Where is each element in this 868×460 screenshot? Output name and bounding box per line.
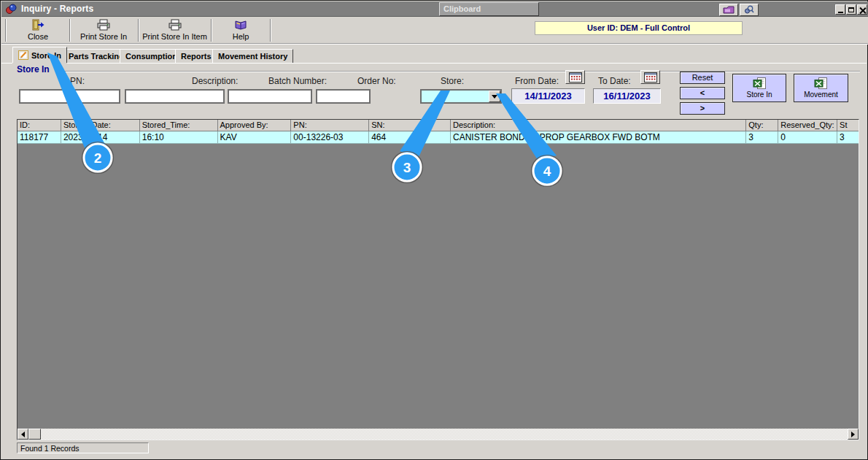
cell-description: CANISTER BONDED PROP GEARBOX FWD BOTM [451,131,746,143]
printer-icon [96,19,111,31]
pn-input[interactable] [19,89,120,104]
print-store-in-item-button[interactable]: Print Store In Item [139,18,210,42]
status-bar: Found 1 Records [17,442,149,453]
from-date-calendar-button[interactable] [565,70,585,84]
cell-pn: 00-13226-03 [291,131,369,143]
minimize-button[interactable] [835,4,845,15]
restore-icon [848,7,854,12]
export-store-in-label: Store In [746,91,772,99]
toolbar-separator [5,19,7,42]
tab-reports-label: Reports [181,52,212,61]
calendar-icon [569,72,582,83]
previous-button[interactable]: < [680,87,725,99]
close-window-button[interactable] [857,4,867,15]
search-icon [744,5,754,15]
cell-stored-date: 2023-11-14 [61,131,140,143]
tab-consumption[interactable]: Consumption [120,49,183,63]
close-button[interactable]: Close [7,18,69,42]
close-button-label: Close [28,32,48,41]
from-date-label: From Date: [515,76,559,86]
arrow-left-icon [21,432,25,437]
excel-export-icon [753,77,767,89]
app-window: Inquiry - Reports Clipboard [0,0,868,460]
tab-consumption-label: Consumption [125,52,177,61]
cell-sn: 464 [369,131,451,143]
titlebar-folder-button[interactable] [719,4,738,16]
app-icon [5,3,18,15]
column-header-id[interactable]: ID: [18,120,61,131]
reset-button[interactable]: Reset [680,72,725,84]
arrow-right-icon [851,432,855,437]
order-no-input[interactable] [316,89,371,104]
printer-icon [168,19,182,31]
to-date-value[interactable]: 16/11/2023 [593,88,661,104]
tab-movement-history-label: Movement History [218,52,287,61]
table-row[interactable]: 118177 2023-11-14 16:10 KAV 00-13226-03 … [18,131,859,144]
tab-movement-history[interactable]: Movement History [212,49,293,63]
column-header-sn[interactable]: SN: [369,120,451,131]
print-store-in-item-label: Print Store In Item [142,32,207,41]
tab-parts-tracking-label: Parts Tracking [69,52,124,61]
from-date-value[interactable]: 14/11/2023 [511,88,585,104]
exit-door-icon [31,19,44,31]
to-date-calendar-button[interactable] [640,70,660,84]
column-header-approved-by[interactable]: Approved By: [218,120,292,131]
cell-qty: 3 [746,131,778,143]
restore-button[interactable] [846,4,856,15]
chevron-down-icon [492,95,497,99]
order-no-label: Order No: [357,76,396,86]
excel-export-icon [814,77,828,89]
column-header-description[interactable]: Description: [451,120,746,131]
batch-number-input[interactable] [228,89,312,104]
minimize-icon [838,12,843,13]
tab-panel-edge [1,63,867,64]
tab-reports[interactable]: Reports [175,49,217,63]
help-button[interactable]: Help [212,18,269,42]
title-bar[interactable]: Inquiry - Reports Clipboard [1,1,868,17]
column-header-stored-date[interactable]: Stored_Date: [61,120,140,131]
folder-icon [723,6,735,14]
scrollbar-thumb[interactable] [28,429,41,440]
calendar-icon [644,72,657,83]
user-id-badge: User ID: DEM - Full Control [535,21,743,35]
column-header-stored-time[interactable]: Stored_Time: [140,120,218,131]
cell-reserved-qty: 0 [778,131,837,143]
store-label: Store: [441,76,464,86]
next-button[interactable]: > [680,102,725,115]
description-label: Description: [192,76,238,86]
cell-stored-time: 16:10 [140,131,218,143]
description-input[interactable] [125,89,225,104]
column-header-reserved-qty[interactable]: Reserved_Qty: [778,120,837,131]
cell-approved-by: KAV [218,131,292,143]
print-store-in-label: Print Store In [80,32,127,41]
pn-label: PN: [70,76,85,86]
export-store-in-button[interactable]: Store In [732,74,786,102]
column-header-qty[interactable]: Qty: [746,120,778,131]
results-grid: ID: Stored_Date: Stored_Time: Approved B… [17,119,859,440]
print-store-in-button[interactable]: Print Store In [71,18,136,42]
export-movement-label: Movement [804,91,838,99]
group-box-border [58,71,860,72]
help-button-label: Help [233,32,249,41]
toolbar: Close Print Store In Print Store In Item [1,17,868,44]
toolbar-separator [270,19,271,42]
horizontal-scrollbar[interactable] [18,429,859,440]
tab-store-in[interactable]: Store In [12,47,67,63]
export-movement-button[interactable]: Movement [794,74,848,102]
batch-number-label: Batch Number: [268,76,327,86]
store-dropdown-button[interactable] [489,91,500,102]
grid-header-row: ID: Stored_Date: Stored_Time: Approved B… [18,120,859,131]
column-header-pn[interactable]: PN: [291,120,369,131]
scroll-right-button[interactable] [848,429,859,440]
cell-store: 3 [837,131,859,143]
clipboard-background-window[interactable]: Clipboard [439,2,539,16]
edit-note-icon [18,50,28,60]
store-combobox[interactable] [420,89,502,104]
close-icon [859,7,866,13]
window-title: Inquiry - Reports [21,4,93,14]
tab-store-in-label: Store In [31,51,61,60]
column-header-store[interactable]: St [837,120,859,131]
scroll-left-button[interactable] [18,429,28,440]
titlebar-search-button[interactable] [740,4,759,16]
cell-id: 118177 [18,131,61,143]
